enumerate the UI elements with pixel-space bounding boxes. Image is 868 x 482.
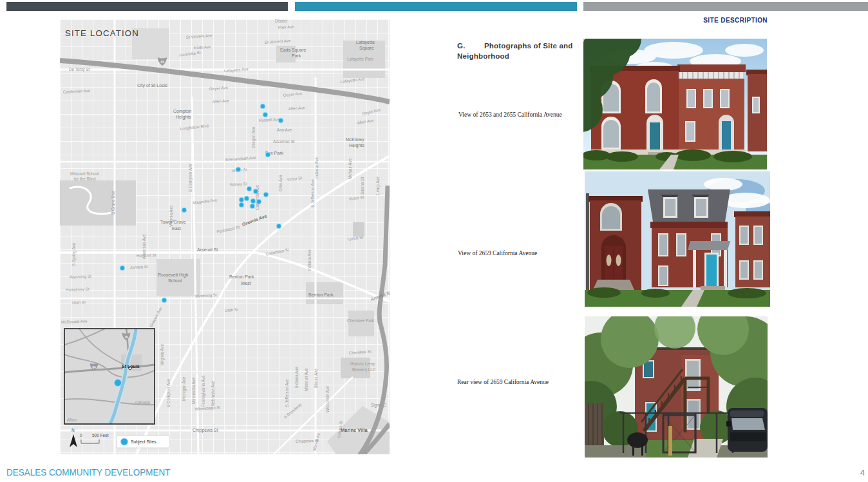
subject-site-dot [263,192,269,197]
map-label: Square [359,46,374,51]
heading-letter: G. [457,41,484,52]
map-label: Benton Park [229,275,254,279]
map-label: Minnesota Ave [191,377,196,404]
site-location-map: 44 DistrictPark AveSt Vincent AveSt Vinc… [60,19,390,454]
map-label: Afton [67,418,77,422]
map-label: Accomac St [273,139,295,144]
photo-2653-2655-california [583,39,767,169]
legend-dot-icon [121,438,128,445]
map-label: Pennsylvania Ave [201,375,206,407]
map-label: Eads Square [280,48,307,53]
map-label: Nebraska Ave [211,380,215,406]
subject-site-dot [244,196,249,201]
inset-map: ClaytonSt LouisCahokiaAfton 70 64 [60,329,155,424]
map-label: Eads Ave [194,44,211,50]
map-label: Ann Ave [277,128,292,132]
map-label: De Tonty St [69,67,90,72]
heading-line1: Photographs of Site and [484,42,573,50]
subject-site-dot [263,112,268,117]
map-label: Indiana Ave [314,157,319,178]
map-label: S Compton Ave [188,164,193,192]
subject-site-dot [260,104,265,109]
map-label: Lafayette [356,40,375,45]
photo-2659-california [585,171,770,307]
suv [726,408,768,452]
heading-line2: Neighborhood [457,52,509,60]
map-label: Park Ave [278,24,295,30]
map-label: Illinois Ave [314,369,318,388]
map-label: Utah St [72,300,86,305]
subject-site-dot [115,380,122,387]
map-label: for the Blind [74,177,96,181]
map-label: Sigma C [371,403,387,408]
section-g-heading: G.Photographs of Site and Neighborhood [457,41,596,61]
subject-site-dot [239,197,244,202]
map-label: Chippewa St [193,428,218,433]
map-label: Michigan Ave [182,376,187,401]
subject-site-dot [253,189,258,194]
map-label: Heights [349,143,364,148]
map-label: S Jefferson Ave [310,179,315,207]
map-label: Missouri School [70,171,99,176]
map-label: City of St Louis [137,83,168,88]
map-label: Salena St [360,177,364,195]
map-label: Lafayette Park [347,57,373,62]
map-label: Compton [173,109,192,114]
map-label: West [241,281,251,285]
map-label: Heights [176,115,191,120]
svg-text:64: 64 [92,366,96,369]
map-label: Cherokee Park [347,318,375,323]
map-label: Indiana Ave [307,249,312,271]
subject-site-dot [162,298,167,303]
subject-site-dot [278,118,283,123]
map-label: Lemp Ave [375,177,381,195]
map-label: California Ave [255,185,259,210]
map-label: Ohio Ave [278,175,283,191]
map-label: Wisconsin Ave [325,386,330,412]
map-label: Juniata St [130,264,148,269]
map-label: S Compton Ave [166,379,171,407]
map-title: SITE LOCATION [65,28,139,38]
section-header: SITE DESCRIPTION [583,17,768,24]
subject-site-dot [182,207,187,213]
svg-text:70: 70 [124,336,128,339]
map-label: S Jefferson Ave [285,379,289,407]
subject-site-dot [247,186,252,191]
svg-text:500 Feet: 500 Feet [92,433,109,438]
subject-site-dot [250,198,256,204]
subject-site-dot [120,265,125,271]
photo-caption-2: View of 2659 California Avenue [458,250,537,256]
map-label: District [275,19,287,23]
legend-label: Subject Sites [131,439,156,445]
map-label: School [168,278,182,283]
map-label: Arsenal St [197,247,218,252]
map-label: Tower Grove [160,220,186,224]
subject-site-dot [256,199,261,204]
svg-text:0: 0 [80,433,82,438]
top-bar-blue [295,2,577,11]
map-legend: Subject Sites [117,436,169,448]
map-label: Cahokia [135,400,151,405]
map-label: Virginia Ave [160,343,165,365]
top-bar-dark [6,2,288,11]
map-label: Brewery LLC [352,367,376,372]
photo-rear-2659-california [585,316,768,458]
page-number: 4 [860,468,865,477]
map-label: Park [292,53,301,58]
map-label: S Grand Blvd [111,190,115,215]
photo-caption-1: View of 2653 and 2655 California Avenue [458,111,562,118]
svg-text:44: 44 [160,60,164,64]
svg-text:N: N [71,428,75,432]
map-label: McNair Ave [348,158,352,179]
subject-site-dot [276,224,281,229]
footer-org-name: DESALES COMMUNITY DEVELOPMENT [6,467,171,477]
map-label: S Spring Ave [71,242,77,266]
map-label: East [172,226,181,231]
map-label: McKinley [346,137,364,142]
map-label: Utah St [225,307,239,313]
map-label: Indiana Ave [294,367,299,388]
map-label: Benton Park [308,293,334,297]
map-label: Historic Lemp [350,362,375,367]
subject-site-dot [236,167,241,172]
map-label: Missouri Ave [304,368,308,391]
